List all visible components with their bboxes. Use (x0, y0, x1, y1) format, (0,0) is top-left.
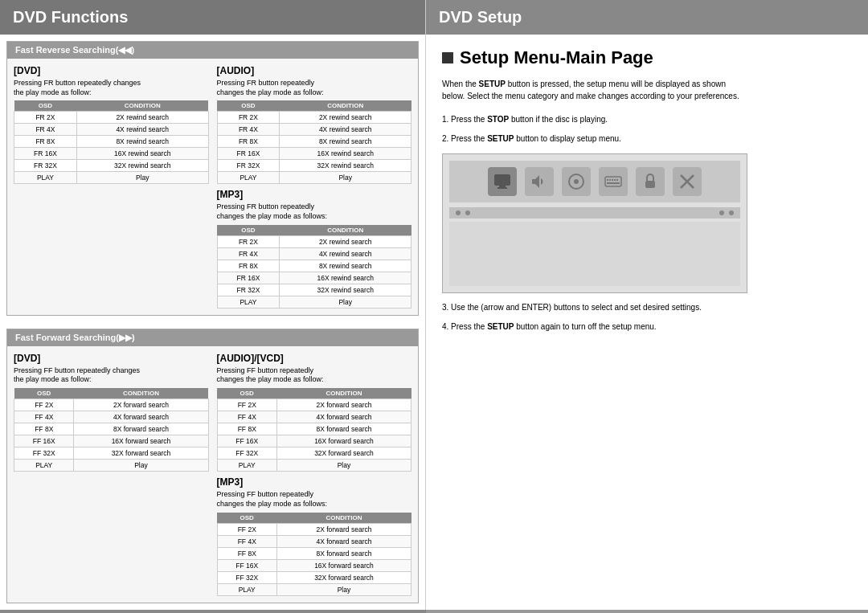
table-cell: FF 2X (14, 399, 74, 411)
svg-rect-1 (499, 186, 506, 187)
fr-mp3-label: [MP3] (217, 189, 412, 200)
table-cell: FF 8X (217, 423, 276, 435)
table-cell: 8X forward search (276, 423, 411, 435)
table-cell: 4X forward search (276, 411, 411, 423)
table-cell: 2X rewind search (76, 112, 208, 124)
page-footer: 28 13 (0, 610, 868, 614)
ff-dvd-label: [DVD] (14, 353, 209, 364)
ff-dvd-th-cond: CONDITION (74, 388, 208, 399)
table-cell: PLAY (14, 172, 77, 184)
setup-menu-mockup (442, 153, 747, 293)
table-row: FR 4X4X rewind search (217, 247, 411, 260)
fast-reverse-content: [DVD] Pressing FR button repeatedly chan… (7, 59, 418, 315)
ff-mp3-desc: Pressing FF button repeatedlychanges the… (217, 490, 412, 509)
right-content: Setup Menu-Main Page When the SETUP butt… (426, 35, 868, 610)
step-3: 3. Use the (arrow and ENTER) buttons to … (442, 301, 852, 314)
table-cell: Play (76, 172, 208, 184)
svg-rect-2 (497, 187, 507, 189)
table-row: FF 16X16X forward search (14, 435, 209, 447)
ff-dvd-table: OSD CONDITION FF 2X2X forward searchFF 4… (14, 388, 209, 472)
table-cell: 8X rewind search (280, 136, 411, 148)
table-cell: FR 2X (217, 235, 280, 247)
fr-mp3-th-osd: OSD (217, 225, 280, 236)
menu-icon-keyboard (599, 167, 628, 196)
step-2: 2. Press the SETUP button to display set… (442, 133, 852, 145)
right-panel: DVD Setup Setup Menu-Main Page When the … (426, 0, 868, 610)
table-cell: 16X forward search (276, 559, 411, 571)
fr-audio-label: [AUDIO] (217, 65, 412, 76)
table-cell: FR 32X (14, 160, 77, 172)
table-cell: FR 8X (217, 136, 280, 148)
panels-row: DVD Functions Fast Reverse Searching(◀◀)… (0, 0, 868, 610)
table-cell: 16X rewind search (76, 148, 208, 160)
table-cell: 16X forward search (276, 435, 411, 447)
step-1: 1. Press the STOP button if the disc is … (442, 113, 852, 126)
table-row: FR 32X32X rewind search (217, 284, 411, 296)
ff-mp3-table: OSD CONDITION FF 2X2X forward searchFF 4… (217, 513, 412, 596)
table-cell: PLAY (217, 172, 280, 184)
step-4: 4. Press the SETUP button again to turn … (442, 321, 852, 333)
table-cell: FR 8X (14, 136, 77, 148)
table-row: PLAYPlay (217, 460, 411, 472)
table-row: FR 8X8X rewind search (217, 260, 411, 272)
table-cell: FR 4X (14, 124, 77, 136)
svg-rect-8 (612, 179, 613, 181)
table-row: FF 4X4X forward search (14, 411, 209, 423)
table-row: FF 32X32X forward search (14, 447, 209, 460)
table-cell: FR 8X (217, 260, 280, 272)
table-row: FR 4X4X rewind search (14, 124, 209, 136)
table-row: FF 4X4X forward search (217, 411, 411, 423)
table-cell: FF 8X (217, 547, 276, 559)
menu-icon-lock (636, 167, 665, 196)
table-row: FR 2X2X rewind search (217, 235, 411, 247)
ff-mp3-th-cond: CONDITION (276, 513, 411, 524)
ff-audiovcd-table: OSD CONDITION FF 2X2X forward searchFF 4… (217, 388, 412, 472)
table-cell: 16X forward search (74, 435, 208, 447)
ff-avcd-th-cond: CONDITION (276, 388, 411, 399)
intro-text: When the SETUP button is pressed, the se… (442, 78, 852, 102)
table-cell: FR 16X (217, 272, 280, 284)
table-cell: 8X forward search (276, 547, 411, 559)
table-cell: FF 8X (14, 423, 74, 435)
table-cell: FR 4X (217, 247, 280, 260)
table-cell: FF 16X (14, 435, 74, 447)
table-cell: FF 32X (217, 447, 276, 460)
table-cell: FF 32X (14, 447, 74, 460)
left-panel: DVD Functions Fast Reverse Searching(◀◀)… (0, 0, 426, 610)
nav-dot-3 (719, 210, 724, 215)
table-cell: FR 2X (14, 112, 77, 124)
menu-icon-audio (525, 167, 554, 196)
fr-audio-desc: Pressing FR button repeatedlychanges the… (217, 79, 412, 97)
table-cell: 16X rewind search (280, 148, 411, 160)
table-cell: FF 4X (217, 535, 276, 547)
table-row: FR 2X2X rewind search (217, 112, 411, 124)
svg-rect-0 (494, 174, 510, 186)
ff-avcd-th-osd: OSD (217, 388, 276, 399)
table-cell: FF 16X (217, 435, 276, 447)
title-square-icon (442, 52, 453, 63)
fr-audio-mp3-subsection: [AUDIO] Pressing FR button repeatedlycha… (215, 63, 414, 310)
table-cell: FR 4X (217, 124, 280, 136)
right-page-number: 13 (426, 610, 868, 614)
table-cell: FR 16X (217, 148, 280, 160)
table-cell: FR 32X (217, 284, 280, 296)
left-panel-header: DVD Functions (0, 0, 425, 35)
setup-menu-content-area (449, 222, 740, 286)
table-row: FF 4X4X forward search (217, 535, 411, 547)
svg-rect-12 (645, 181, 655, 188)
table-row: FF 2X2X forward search (14, 399, 209, 411)
setup-title: Setup Menu-Main Page (442, 47, 852, 68)
svg-point-4 (574, 179, 579, 184)
table-cell: FF 4X (14, 411, 74, 423)
table-cell: FF 4X (217, 411, 276, 423)
table-cell: FR 2X (217, 112, 280, 124)
menu-icon-display (488, 167, 517, 196)
table-cell: 4X rewind search (280, 247, 411, 260)
table-cell: 32X forward search (74, 447, 208, 460)
table-cell: 2X rewind search (280, 112, 411, 124)
table-cell: 8X forward search (74, 423, 208, 435)
table-row: FR 8X8X rewind search (14, 136, 209, 148)
ff-dvd-subsection: [DVD] Pressing FF button repeatedly chan… (12, 351, 211, 598)
fr-dvd-label: [DVD] (14, 65, 209, 76)
table-row: PLAYPlay (217, 583, 411, 595)
